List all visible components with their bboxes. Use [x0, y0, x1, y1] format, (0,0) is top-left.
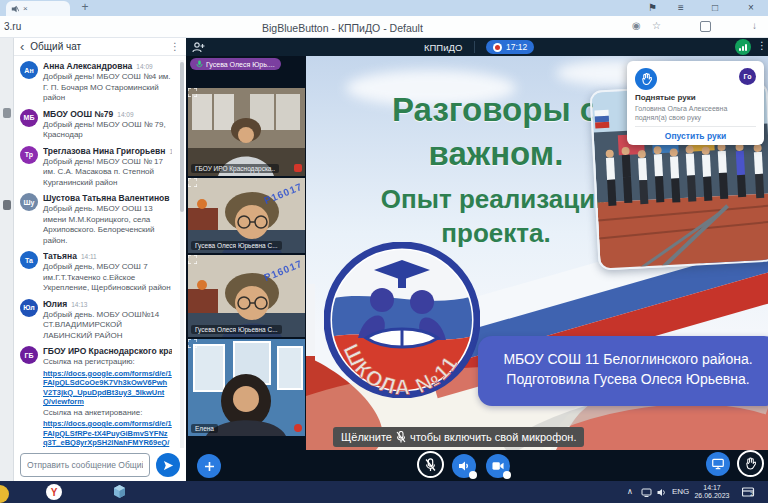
record-icon	[493, 43, 502, 52]
actions-plus-button[interactable]	[197, 454, 221, 478]
header-divider	[474, 41, 475, 53]
webcam-user-label[interactable]: ГБОУ ИРО Краснодарска..	[191, 164, 279, 173]
notifications-tray-icon[interactable]: 2	[742, 485, 755, 503]
message-time: 14:09	[136, 63, 152, 70]
message-text: Ссылка на регистрацию:https://docs.googl…	[43, 357, 172, 447]
fullscreen-icon[interactable]	[188, 339, 197, 348]
chat-scrollbar-thumb[interactable]	[180, 62, 184, 212]
chat-message-text: Добрый день! МБОУ СОШ № 17 им. С.А. Маса…	[43, 157, 172, 189]
recording-badge	[294, 164, 302, 172]
webcam-tile[interactable]: Р16017 Гусева Олеся Юрьевна С...	[188, 178, 305, 253]
fullscreen-icon[interactable]	[188, 178, 197, 187]
recording-indicator[interactable]: 17:12	[486, 40, 534, 54]
tab-close-icon[interactable]: ×	[23, 4, 28, 13]
connection-status-icon[interactable]	[735, 39, 751, 55]
message-text: Добрый день, МБОУ СОШ 7 им.Г.Т.Ткаченко …	[43, 262, 172, 294]
chat-title: Общий чат	[30, 41, 81, 52]
mic-muted-icon	[396, 431, 406, 443]
fullscreen-icon[interactable]	[188, 88, 197, 97]
chat-message-text: Добрый день! МБОУ СОШ №4 им. Г. П. Бочар…	[43, 72, 172, 104]
chat-link[interactable]: https://docs.google.com/forms/d/e/1FAIpQ…	[43, 369, 172, 407]
taskbar-clock[interactable]: 14:17 26.06.2023	[694, 484, 730, 500]
chat-header: ‹ Общий чат ⋮	[14, 38, 186, 56]
lower-hands-button[interactable]: Опустить руки	[635, 127, 756, 145]
chat-message-list[interactable]: Ан Анна Александровна 14:09 Добрый день!…	[20, 61, 172, 447]
talking-indicator[interactable]: Гусева Олеся Юрь....	[190, 58, 281, 70]
language-indicator[interactable]: ENG	[672, 487, 689, 496]
webcam-tile[interactable]: Елена	[188, 339, 305, 436]
screenshare-button[interactable]	[706, 452, 730, 476]
chat-message-text: Добрый день! МБОУ ООШ № 79, Краснодар	[43, 120, 172, 141]
chat-back-icon[interactable]: ‹	[20, 42, 24, 52]
notification-count: 2	[750, 491, 753, 497]
chat-link[interactable]: https://docs.google.com/forms/d/e/1FAIpQ…	[43, 419, 172, 447]
message-time: 14:11	[81, 253, 97, 260]
chat-menu-icon[interactable]: ⋮	[170, 41, 180, 52]
bookmark-icon[interactable]: ☆	[652, 20, 661, 31]
volume-icon[interactable]	[657, 488, 667, 497]
webcam-user-label[interactable]: Гусева Олеся Юрьевна С...	[191, 325, 282, 334]
avatar: Юл	[20, 299, 38, 317]
microphone-tooltip: Щёлкните чтобы включить свой микрофон.	[333, 427, 584, 447]
school-logo: ШКОЛА №11	[324, 242, 480, 398]
audio-active-badge	[469, 471, 477, 479]
translate-icon[interactable]	[700, 21, 711, 32]
webcam-user-label[interactable]: Гусева Олеся Юрьевна С...	[191, 241, 282, 250]
unmute-microphone-button[interactable]	[417, 451, 444, 478]
webcam-video	[188, 339, 305, 436]
raised-hand-icon	[635, 68, 657, 90]
message-text: Добрый день! МБОУ ООШ № 79, Краснодар	[43, 120, 172, 141]
window-close-icon[interactable]: ×	[748, 1, 754, 15]
yandex-browser-icon[interactable]: Y	[46, 484, 62, 500]
tray-chevron-icon[interactable]: ∧	[627, 487, 633, 496]
chat-message: МБ МБОУ ООШ №79 14:09 Добрый день! МБОУ …	[20, 109, 172, 141]
manage-users-icon[interactable]	[192, 41, 205, 53]
network-icon[interactable]	[641, 488, 652, 497]
chat-message-text: Ссылка на регистрацию:	[43, 357, 172, 368]
webcam-tile[interactable]: ГБОУ ИРО Краснодарска..	[188, 88, 305, 176]
download-icon[interactable]: ↓	[752, 20, 757, 31]
avatar: Го	[739, 68, 756, 85]
audio-button[interactable]	[452, 454, 476, 478]
notification-title: Поднятые руки	[635, 93, 756, 102]
camera-extension-icon[interactable]: ◉	[632, 20, 641, 31]
collapsed-userlist-strip[interactable]	[0, 38, 14, 481]
webcam-tile[interactable]: Р16017 Гусева Олеся Юрьевна С...	[188, 255, 305, 337]
fullscreen-icon[interactable]	[188, 255, 197, 264]
browser-tab[interactable]: ×	[6, 1, 70, 16]
window-menu-icon[interactable]: ≡	[678, 1, 684, 15]
avatar: Ан	[20, 61, 38, 79]
webcam-user-label[interactable]: Елена	[191, 424, 218, 433]
raised-hands-notification: Го Поднятые руки Головина Ольга Алексеев…	[627, 61, 764, 145]
window-restore-icon[interactable]: □	[712, 1, 718, 15]
chat-message-input[interactable]	[20, 453, 150, 477]
mic-on-icon	[196, 60, 203, 68]
chat-message: ГБ ГБОУ ИРО Краснодарского края 14:13 Сс…	[20, 346, 172, 447]
sender-name: Татьяна	[43, 251, 77, 261]
avatar: МБ	[20, 109, 38, 127]
new-tab-button[interactable]: +	[78, 0, 92, 14]
chat-message: Та Татьяна 14:11 Добрый день, МБОУ СОШ 7…	[20, 251, 172, 294]
monitor-icon	[712, 458, 724, 470]
webcam-button[interactable]	[486, 454, 510, 478]
window-flag-icon[interactable]: ⚑	[648, 1, 657, 15]
send-message-button[interactable]	[156, 453, 180, 477]
sender-name: Треглазова Нина Григорьевн	[43, 146, 165, 156]
chat-message-text: Добрый день. МБОУ ООШ 13 имени М.М.Корни…	[43, 204, 172, 246]
taskbar-cube-icon[interactable]	[112, 484, 127, 499]
avatar: Тр	[20, 146, 38, 164]
bbb-header: КППиДО 17:12 ⋮	[186, 38, 768, 56]
message-text: Добрый день. МОБУ ООШ№14 СТ.ВЛАДИМИРСКОЙ…	[43, 310, 172, 342]
options-menu-icon[interactable]: ⋮	[757, 40, 767, 51]
url-fragment[interactable]: 3.ru	[4, 21, 21, 32]
webcam-video	[188, 88, 305, 176]
chat-message: Шу Шустова Татьяна Валентинов 14:11 Добр…	[20, 193, 172, 246]
raise-hand-button[interactable]	[737, 450, 764, 477]
sender-name: ГБОУ ИРО Краснодарского края	[43, 346, 172, 356]
avatar: Шу	[20, 193, 38, 211]
userlist-edge-mark	[3, 108, 11, 118]
sender-name: Шустова Татьяна Валентинов	[43, 193, 169, 203]
speaker-icon	[458, 460, 470, 472]
page-title: BigBlueButton - КППиДО - Default	[262, 22, 423, 34]
chat-message-text: Добрый день. МОБУ ООШ№14 СТ.ВЛАДИМИРСКОЙ…	[43, 310, 172, 342]
